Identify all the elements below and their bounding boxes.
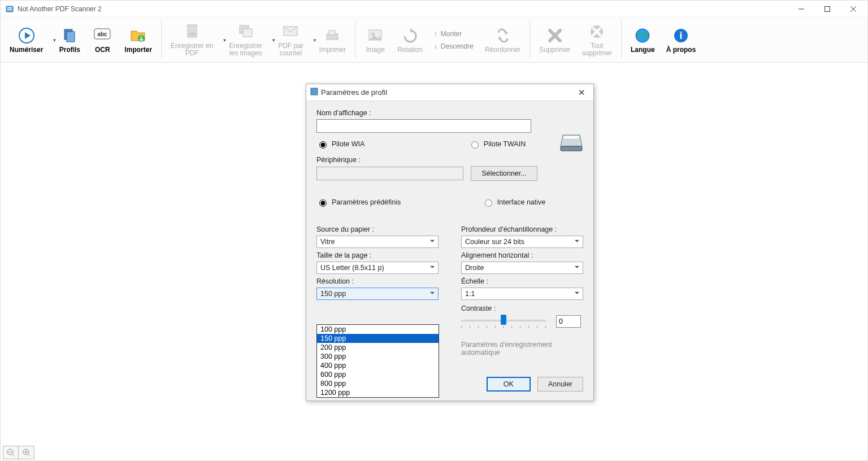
folder-import-icon [129, 27, 147, 45]
zoom-controls [3, 446, 34, 459]
arrow-down-icon: ↓ [434, 42, 437, 50]
reorder-icon [494, 27, 512, 45]
app-icon [5, 5, 14, 14]
native-interface-radio[interactable]: Interface native [482, 198, 545, 207]
window-title: Not Another PDF Scanner 2 [18, 5, 788, 13]
driver-twain-radio[interactable]: Pilote TWAIN [468, 140, 526, 149]
svg-line-35 [12, 454, 15, 456]
select-device-button[interactable]: Sélectionner... [471, 166, 537, 181]
svg-text:i: i [679, 30, 682, 41]
resolution-option[interactable]: 600 ppp [317, 370, 439, 379]
reorder-button[interactable]: Réordonner [479, 24, 526, 56]
ocr-icon: abc [93, 27, 111, 45]
resolution-option[interactable]: 150 ppp [317, 334, 439, 343]
pdf-email-button[interactable]: PDF par courriel ▼ [272, 20, 314, 59]
maximize-button[interactable] [814, 1, 840, 17]
paper-source-combo[interactable]: Vitre [316, 236, 439, 248]
move-group: ↑Monter ↓Descendre [428, 28, 479, 53]
rotate-button[interactable]: Rotation [392, 24, 428, 56]
arrow-up-icon: ↑ [434, 30, 437, 38]
svg-marker-8 [25, 32, 31, 39]
resolution-option[interactable]: 200 ppp [317, 343, 439, 352]
import-button[interactable]: Importer [119, 24, 158, 56]
svg-marker-23 [410, 28, 413, 33]
svg-rect-2 [7, 9, 12, 10]
ocr-button[interactable]: abc OCR [86, 24, 119, 56]
resolution-option[interactable]: 300 ppp [317, 352, 439, 361]
contrast-value[interactable] [556, 315, 581, 328]
cancel-button[interactable]: Annuler [537, 377, 583, 392]
svg-rect-10 [67, 32, 75, 42]
svg-marker-25 [498, 36, 501, 41]
svg-line-38 [28, 454, 31, 456]
dialog-titlebar: Paramètres de profil ✕ [306, 84, 593, 101]
printer-icon [323, 27, 341, 45]
email-icon [281, 23, 300, 41]
move-down-button[interactable]: ↓Descendre [434, 42, 474, 50]
display-name-label: Nom d'affichage : [316, 109, 583, 117]
profiles-button[interactable]: Profils [53, 24, 86, 56]
close-button[interactable] [840, 1, 866, 17]
svg-rect-42 [561, 146, 582, 151]
delete-all-icon [588, 23, 606, 41]
halign-combo[interactable]: Droite [461, 262, 583, 274]
bit-depth-combo[interactable]: Couleur sur 24 bits [461, 236, 583, 248]
svg-rect-43 [564, 136, 579, 138]
svg-rect-17 [243, 29, 252, 37]
scale-combo[interactable]: 1:1 [461, 288, 583, 300]
dialog-close-button[interactable]: ✕ [573, 88, 590, 98]
about-button[interactable]: i À propos [661, 24, 702, 56]
scan-button[interactable]: Numériser ▼ [4, 24, 53, 56]
save-images-button[interactable]: Enregistrer les images ▼ [223, 20, 272, 59]
delete-button[interactable]: Supprimer [533, 24, 576, 56]
page-size-combo[interactable]: US Letter (8.5x11 p) [316, 262, 439, 274]
device-label: Périphérique : [316, 156, 583, 164]
resolution-option[interactable]: 100 ppp [317, 325, 439, 334]
preset-params-radio[interactable]: Paramètres prédéfinis [316, 198, 401, 207]
halign-label: Alignement horizontal : [461, 251, 583, 259]
dialog-title: Paramètres de profil [321, 88, 573, 97]
resolution-combo[interactable]: 150 ppp [316, 288, 439, 300]
ok-button[interactable]: OK [487, 377, 531, 392]
dialog-icon [310, 87, 319, 98]
autosave-link[interactable]: Paramètres d'enregistrement automatique [461, 341, 552, 356]
contrast-label: Contraste : [461, 305, 583, 312]
images-icon [237, 23, 255, 41]
info-icon: i [672, 27, 690, 45]
move-up-button[interactable]: ↑Monter [434, 30, 462, 38]
toolbar: Numériser ▼ Profils abc OCR Importer Enr… [1, 18, 867, 63]
resolution-label: Résolution : [316, 277, 439, 285]
bit-depth-label: Profondeur d'échantillonnage : [461, 225, 583, 233]
resolution-option[interactable]: 800 ppp [317, 379, 439, 388]
svg-rect-15 [189, 33, 196, 36]
page-size-label: Taille de la page : [316, 251, 439, 259]
print-button[interactable]: Imprimer [314, 24, 351, 56]
svg-rect-20 [329, 31, 336, 35]
svg-rect-1 [7, 7, 12, 8]
paper-source-label: Source du papier : [316, 225, 439, 233]
resolution-option[interactable]: 400 ppp [317, 361, 439, 370]
resolution-dropdown-list[interactable]: 100 ppp150 ppp200 ppp300 ppp400 ppp600 p… [316, 324, 439, 398]
delete-all-button[interactable]: Tout supprimer [576, 20, 618, 59]
rotate-icon [401, 27, 419, 45]
display-name-input[interactable] [316, 119, 531, 133]
language-button[interactable]: Langue [625, 24, 661, 56]
globe-icon [633, 27, 652, 45]
contrast-slider[interactable] [461, 315, 546, 328]
svg-text:abc: abc [98, 31, 108, 37]
image-button[interactable]: Image [359, 24, 392, 56]
minimize-button[interactable] [788, 1, 814, 17]
titlebar: Not Another PDF Scanner 2 [1, 1, 867, 18]
zoom-out-button[interactable] [3, 446, 19, 459]
resolution-option[interactable]: 1200 ppp [317, 388, 439, 397]
driver-wia-radio[interactable]: Pilote WIA [316, 140, 364, 149]
zoom-in-button[interactable] [19, 446, 34, 459]
dialog-body: Nom d'affichage : Pilote WIA Pilote TWAI… [306, 101, 593, 401]
svg-marker-24 [505, 31, 508, 35]
scale-label: Échelle : [461, 277, 583, 285]
save-pdf-button[interactable]: Enregistrer en PDF ▼ [165, 20, 223, 59]
svg-rect-4 [825, 6, 830, 11]
delete-icon [546, 27, 564, 45]
svg-rect-41 [311, 88, 318, 95]
window-controls [788, 1, 866, 17]
